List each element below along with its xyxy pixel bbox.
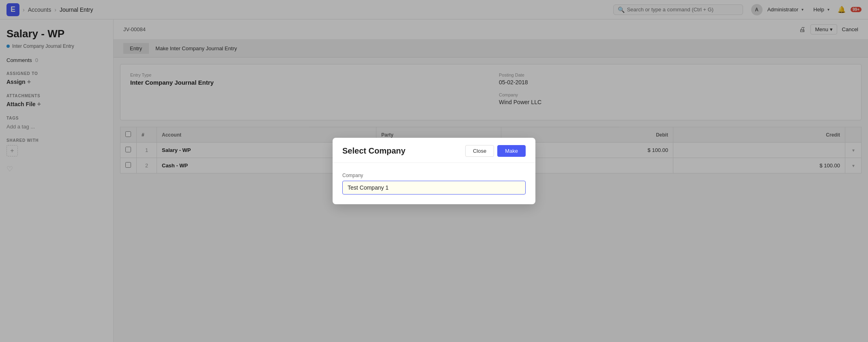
modal-body: Company	[333, 163, 535, 204]
modal-make-button[interactable]: Make	[497, 145, 526, 157]
modal-header: Select Company Close Make	[333, 138, 535, 163]
modal-company-input[interactable]	[342, 181, 526, 195]
modal-title: Select Company	[342, 146, 406, 156]
modal-close-button[interactable]: Close	[465, 145, 494, 157]
modal-company-label: Company	[342, 173, 526, 178]
modal-actions: Close Make	[465, 145, 526, 157]
select-company-modal: Select Company Close Make Company	[333, 138, 535, 204]
modal-overlay: Select Company Close Make Company	[0, 0, 868, 342]
